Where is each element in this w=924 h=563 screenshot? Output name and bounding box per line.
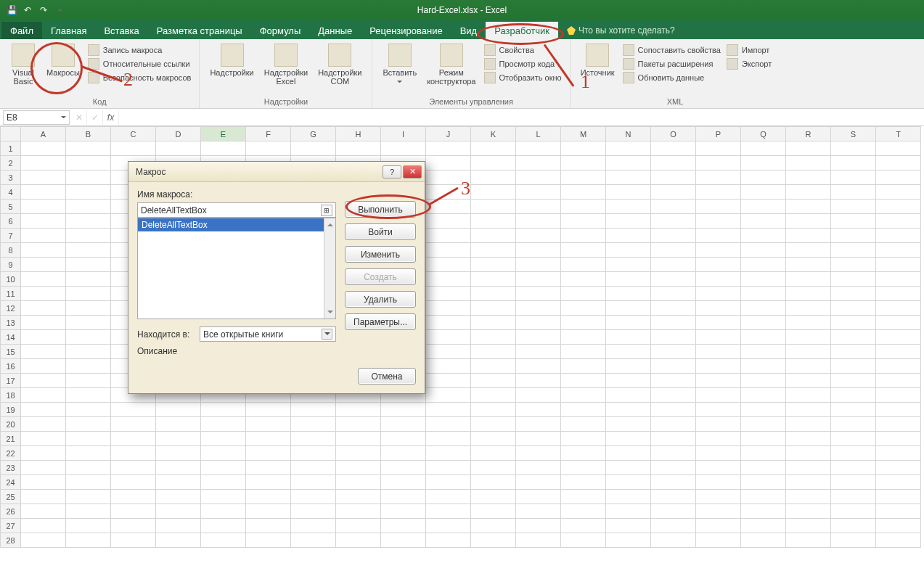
cell[interactable]	[21, 417, 66, 432]
cell[interactable]	[471, 504, 516, 519]
cell[interactable]	[471, 345, 516, 359]
cell[interactable]	[426, 301, 471, 316]
cell[interactable]	[426, 461, 471, 475]
cell[interactable]	[561, 229, 606, 243]
cell[interactable]	[741, 446, 786, 461]
cell[interactable]	[381, 141, 426, 156]
cell[interactable]	[246, 490, 291, 504]
cell[interactable]	[516, 200, 561, 214]
cell[interactable]	[561, 359, 606, 374]
cell[interactable]	[426, 229, 471, 243]
cell[interactable]	[651, 374, 696, 388]
cell[interactable]	[66, 345, 111, 359]
row-header[interactable]: 24	[1, 475, 21, 490]
cell[interactable]	[246, 519, 291, 533]
cell[interactable]	[516, 446, 561, 461]
cell[interactable]	[336, 432, 381, 446]
cell[interactable]	[336, 533, 381, 548]
cell[interactable]	[246, 446, 291, 461]
cell[interactable]	[831, 490, 876, 504]
cell[interactable]	[516, 229, 561, 243]
cell[interactable]	[561, 475, 606, 490]
cell[interactable]	[606, 533, 651, 548]
formula-input[interactable]	[119, 110, 924, 125]
cell[interactable]	[471, 258, 516, 272]
cell[interactable]	[426, 258, 471, 272]
cell[interactable]	[606, 446, 651, 461]
cell[interactable]	[201, 446, 246, 461]
cell[interactable]	[831, 461, 876, 475]
cell[interactable]	[786, 141, 831, 156]
cell[interactable]	[606, 490, 651, 504]
cell[interactable]	[246, 533, 291, 548]
column-header[interactable]: K	[471, 127, 516, 141]
cell[interactable]	[201, 403, 246, 417]
cell[interactable]	[516, 504, 561, 519]
cell[interactable]	[471, 519, 516, 533]
cell[interactable]	[561, 214, 606, 229]
cell[interactable]	[651, 214, 696, 229]
cell[interactable]	[561, 170, 606, 185]
cell[interactable]	[606, 214, 651, 229]
cell[interactable]	[741, 301, 786, 316]
cell[interactable]	[651, 229, 696, 243]
cell[interactable]	[831, 272, 876, 287]
cell[interactable]	[516, 258, 561, 272]
cell[interactable]	[66, 301, 111, 316]
cell[interactable]	[606, 403, 651, 417]
cell[interactable]	[696, 287, 741, 301]
cell[interactable]	[876, 345, 921, 359]
cell[interactable]	[696, 214, 741, 229]
cell[interactable]	[201, 490, 246, 504]
cell[interactable]	[21, 229, 66, 243]
xml-map-props-button[interactable]: Сопоставить свойства	[621, 44, 723, 57]
cell[interactable]	[156, 141, 201, 156]
cell[interactable]	[381, 519, 426, 533]
xml-refresh-button[interactable]: Обновить данные	[621, 71, 723, 84]
cell[interactable]	[831, 287, 876, 301]
cell[interactable]	[786, 214, 831, 229]
cell[interactable]	[696, 388, 741, 403]
cell[interactable]	[606, 519, 651, 533]
cell[interactable]	[741, 200, 786, 214]
cell[interactable]	[516, 316, 561, 330]
cell[interactable]	[381, 461, 426, 475]
cell[interactable]	[516, 417, 561, 432]
cell[interactable]	[606, 475, 651, 490]
cell[interactable]	[561, 316, 606, 330]
cell[interactable]	[651, 504, 696, 519]
cell[interactable]	[201, 141, 246, 156]
cell[interactable]	[561, 446, 606, 461]
cell[interactable]	[696, 417, 741, 432]
step-into-button[interactable]: Войти	[345, 223, 416, 240]
chevron-down-icon[interactable]	[61, 115, 66, 120]
cell[interactable]	[606, 258, 651, 272]
column-header[interactable]: C	[111, 127, 156, 141]
cell[interactable]	[561, 272, 606, 287]
cell[interactable]	[876, 272, 921, 287]
cell[interactable]	[156, 461, 201, 475]
cell[interactable]	[381, 533, 426, 548]
cell[interactable]	[66, 200, 111, 214]
cell[interactable]	[471, 432, 516, 446]
xml-export-button[interactable]: Экспорт	[724, 57, 774, 70]
cell[interactable]	[696, 170, 741, 185]
cell[interactable]	[696, 504, 741, 519]
cell[interactable]	[66, 156, 111, 170]
cell[interactable]	[426, 533, 471, 548]
row-header[interactable]: 8	[1, 243, 21, 258]
cell[interactable]	[696, 200, 741, 214]
cell[interactable]	[831, 417, 876, 432]
cell[interactable]	[66, 229, 111, 243]
cell[interactable]	[111, 417, 156, 432]
cell[interactable]	[471, 475, 516, 490]
cell[interactable]	[21, 461, 66, 475]
cell[interactable]	[111, 504, 156, 519]
cell[interactable]	[831, 316, 876, 330]
show-window-button[interactable]: Отобразить окно	[482, 71, 564, 84]
cell[interactable]	[381, 504, 426, 519]
cell[interactable]	[741, 214, 786, 229]
cell[interactable]	[426, 475, 471, 490]
cell[interactable]	[561, 417, 606, 432]
cell[interactable]	[651, 200, 696, 214]
